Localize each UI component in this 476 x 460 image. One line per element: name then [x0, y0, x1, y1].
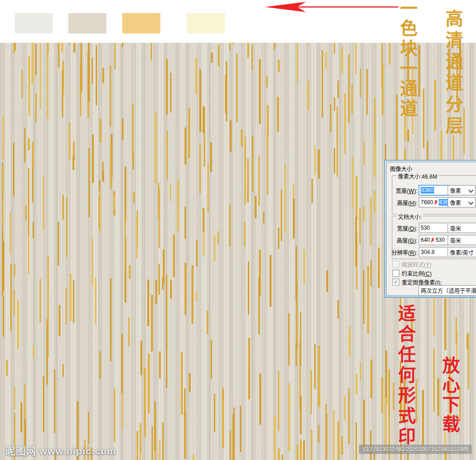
- pixel-width-unit-select[interactable]: 像素: [448, 185, 476, 195]
- pixel-height-old-value: 7680: [421, 199, 433, 206]
- callout-hd-channels: 高清通道分层: [444, 9, 462, 138]
- doc-height-input[interactable]: 640 ✗ 530: [419, 235, 449, 245]
- chevron-down-icon: [468, 187, 473, 193]
- callout-one-block-one-channel: 一色块一通道: [398, 0, 416, 119]
- image-size-dialog: 图像大小 像素大小:46.6M 宽度(W): 6360 像素 高度(H): 76…: [384, 160, 476, 298]
- dialog-title: 图像大小: [390, 165, 412, 173]
- resolution-unit-value: 像素/英寸: [450, 248, 474, 256]
- nipic-watermark: 昵图网 www.nipic.com: [6, 443, 116, 457]
- checkbox-icon: [392, 270, 399, 277]
- doc-height-unit-select[interactable]: 毫米: [448, 235, 476, 245]
- resolution-value: 304.8: [421, 249, 435, 255]
- scale-styles-label: 缩放样式(Y): [402, 260, 431, 268]
- document-size-group-label: 文档大小:: [397, 213, 423, 220]
- chevron-down-icon: [468, 200, 473, 205]
- resolution-input[interactable]: 304.8: [419, 247, 449, 257]
- doc-width-label: 宽度(D):: [389, 224, 417, 232]
- doc-width-unit-value: 毫米: [450, 224, 461, 232]
- doc-width-unit-select[interactable]: 毫米: [448, 223, 476, 233]
- scale-styles-checkbox: 缩放样式(Y): [392, 260, 431, 268]
- pixel-height-label: 高度(H):: [389, 199, 417, 207]
- image-id-badge: ID:27813070 NO:20201007152040327089: [359, 445, 472, 454]
- checkbox-checked-icon: ✓: [392, 279, 399, 286]
- dialog-body: 图像大小 像素大小:46.6M 宽度(W): 6360 像素 高度(H): 76…: [386, 162, 476, 296]
- doc-height-new-value: 530: [436, 237, 445, 243]
- pixel-height-unit-select[interactable]: 像素: [448, 197, 476, 207]
- pixel-height-input[interactable]: 7680 ✗ 6360: [419, 197, 449, 207]
- site-name: 昵图网: [6, 446, 36, 456]
- resample-method-select[interactable]: 两次立方（适用于平滑渐变: [418, 285, 476, 296]
- strikeout-x-icon: ✗: [430, 236, 436, 243]
- callout-fit-any-print: 适合任何形式印: [397, 304, 414, 447]
- checkbox-icon: [392, 261, 399, 268]
- constrain-proportions-checkbox[interactable]: 约束比例(C): [392, 269, 432, 277]
- doc-width-input[interactable]: 530: [419, 223, 449, 233]
- pixel-height-unit-value: 像素: [450, 199, 461, 207]
- pixel-width-unit-value: 像素: [450, 187, 461, 194]
- strikeout-x-icon: ✗: [433, 199, 439, 206]
- page: 高清通道分层 一色块一通道 适合任何形式印 放心下载 图像大小 像素大小:46.…: [0, 0, 476, 460]
- doc-width-value: 530: [421, 225, 430, 231]
- callout-download-safely: 放心下载: [441, 356, 458, 434]
- pixel-size-group-label: 像素大小:46.6M: [397, 172, 439, 180]
- resample-method-value: 两次立方（适用于平滑渐变: [421, 287, 476, 294]
- doc-height-label: 高度(G):: [389, 236, 417, 244]
- resolution-unit-select[interactable]: 像素/英寸: [448, 247, 476, 257]
- constrain-proportions-label: 约束比例(C): [402, 269, 432, 277]
- pixel-width-input[interactable]: 6360: [419, 185, 449, 195]
- pixel-width-value: 6360: [421, 187, 434, 193]
- doc-height-old-value: 640: [421, 237, 430, 243]
- pixel-width-label: 宽度(W):: [389, 187, 417, 194]
- doc-height-unit-value: 毫米: [450, 236, 461, 244]
- site-url: www.nipic.com: [40, 446, 116, 456]
- resolution-label: 分辨率(R):: [389, 248, 417, 256]
